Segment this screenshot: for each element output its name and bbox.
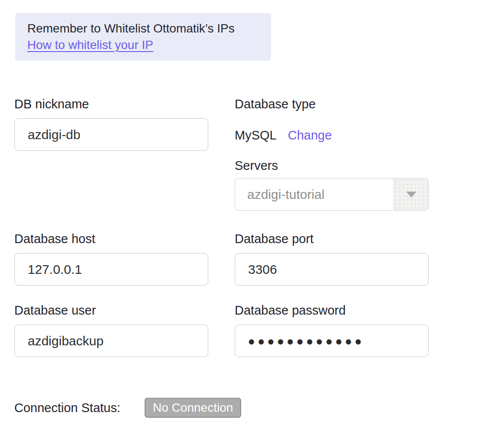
how-to-whitelist-link[interactable]: How to whitelist your IP — [27, 38, 153, 52]
db-nickname-label: DB nickname — [14, 97, 208, 111]
database-type-section: Database type MySQL Change Servers azdig… — [235, 97, 429, 211]
servers-select-value: azdigi-tutorial — [235, 187, 324, 202]
connection-status-label: Connection Status: — [14, 401, 120, 415]
db-nickname-field: DB nickname — [14, 97, 208, 211]
database-port-label: Database port — [235, 231, 429, 246]
database-type-label: Database type — [235, 97, 429, 111]
whitelist-notice-text: Remember to Whitelist Ottomatik’s IPs — [27, 20, 259, 37]
database-host-input[interactable] — [14, 253, 208, 286]
form-row-3: Database user Database password ••••••••… — [14, 303, 429, 357]
servers-select[interactable]: azdigi-tutorial — [235, 178, 429, 211]
database-type-value: MySQL — [235, 128, 277, 143]
servers-select-arrow-button[interactable] — [394, 179, 428, 210]
caret-down-icon — [406, 192, 417, 198]
database-user-input[interactable] — [14, 325, 208, 357]
database-password-field: Database password •••••••••••• — [235, 303, 429, 357]
database-type-row: MySQL Change — [235, 128, 429, 143]
connection-status-row: Connection Status: No Connection — [14, 398, 429, 418]
database-connection-form: DB nickname Database type MySQL Change S… — [14, 97, 429, 418]
change-database-type-link[interactable]: Change — [288, 128, 332, 143]
database-user-label: Database user — [14, 303, 208, 318]
database-password-label: Database password — [235, 303, 429, 318]
whitelist-notice: Remember to Whitelist Ottomatik’s IPs Ho… — [15, 13, 271, 61]
database-password-input[interactable]: •••••••••••• — [235, 325, 429, 357]
database-port-field: Database port — [235, 231, 429, 286]
db-nickname-input[interactable] — [14, 118, 208, 151]
servers-label: Servers — [235, 158, 429, 173]
database-host-label: Database host — [14, 231, 208, 246]
database-host-field: Database host — [14, 231, 208, 286]
form-row-1: DB nickname Database type MySQL Change S… — [14, 97, 429, 211]
database-user-field: Database user — [14, 303, 208, 357]
db-connection-form-page: Remember to Whitelist Ottomatik’s IPs Ho… — [0, 0, 504, 429]
connection-status-badge: No Connection — [145, 398, 241, 418]
form-row-2: Database host Database port — [14, 231, 429, 286]
database-port-input[interactable] — [235, 253, 429, 286]
